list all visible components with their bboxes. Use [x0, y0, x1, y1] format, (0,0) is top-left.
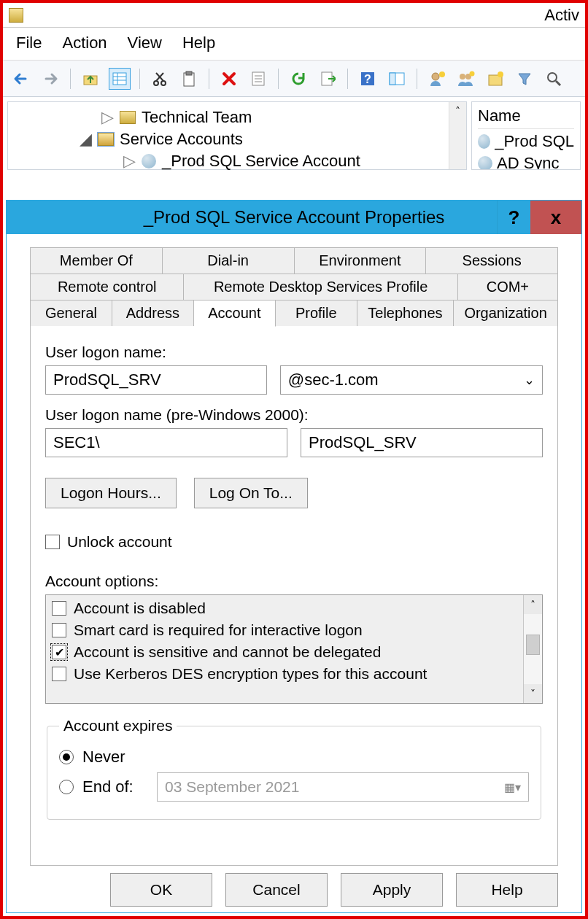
toolbar-separator: [347, 69, 348, 89]
list-header-name[interactable]: Name: [478, 106, 574, 129]
main-toolbar: ?: [3, 61, 585, 97]
clipboard-icon[interactable]: [178, 68, 200, 90]
radio-icon: [59, 750, 74, 764]
add-to-group-icon[interactable]: [455, 68, 477, 90]
option-kerberos-des[interactable]: Use Kerberos DES encryption types for th…: [52, 665, 517, 683]
pre2000-user-input[interactable]: ProdSQL_SRV: [301, 428, 543, 457]
scroll-up-icon[interactable]: ˄: [524, 595, 542, 614]
tree-label: Service Accounts: [120, 130, 243, 149]
radio-icon: [59, 780, 74, 794]
log-on-to-button[interactable]: Log On To...: [194, 478, 308, 508]
properties-dialog: _Prod SQL Service Account Properties ? x…: [6, 200, 582, 913]
titlebar-help-button[interactable]: ?: [497, 201, 530, 234]
details-pane-icon[interactable]: [386, 68, 408, 90]
tab-com-plus[interactable]: COM+: [458, 274, 558, 300]
expand-icon[interactable]: ▷: [101, 108, 114, 127]
option-label: Account is disabled: [74, 600, 206, 617]
aduc-icon: [9, 8, 23, 23]
option-label: Account is sensitive and cannot be deleg…: [74, 643, 381, 661]
toolbar-separator: [139, 69, 140, 89]
folder-icon: [98, 133, 114, 146]
toolbar-separator: [209, 69, 209, 89]
tab-profile[interactable]: Profile: [276, 300, 357, 327]
cancel-button[interactable]: Cancel: [225, 873, 328, 907]
dialog-button-row: OK Cancel Apply Help: [7, 866, 581, 912]
list-item[interactable]: AD Sync: [478, 151, 574, 170]
pre2000-domain-input[interactable]: SEC1\: [45, 428, 287, 457]
scroll-up-icon[interactable]: ˄: [449, 102, 466, 120]
tree-item-prod-sql-service-account[interactable]: ▷ _Prod SQL Service Account: [15, 150, 459, 172]
help-button[interactable]: Help: [456, 873, 558, 907]
table-grid-icon[interactable]: [109, 68, 131, 90]
expand-icon[interactable]: ▷: [123, 152, 136, 171]
main-title: Activ: [544, 6, 579, 25]
up-folder-icon[interactable]: [80, 68, 101, 90]
logon-name-label: User logon name:: [45, 344, 543, 361]
menu-file[interactable]: File: [16, 34, 42, 53]
back-arrow-icon[interactable]: [10, 68, 32, 90]
account-options-list[interactable]: Account is disabled Smart card is requir…: [45, 594, 543, 704]
tab-sessions[interactable]: Sessions: [426, 247, 558, 274]
menu-help[interactable]: Help: [182, 34, 215, 53]
option-smart-card-required[interactable]: Smart card is required for interactive l…: [52, 621, 517, 639]
upn-suffix-combo[interactable]: @sec-1.com ⌄: [280, 365, 543, 395]
expires-never-radio[interactable]: Never: [59, 748, 529, 767]
collapse-icon[interactable]: ◢: [80, 130, 92, 149]
refresh-icon[interactable]: [287, 68, 309, 90]
svg-point-24: [470, 71, 475, 76]
logon-name-input[interactable]: ProdSQL_SRV: [45, 365, 267, 395]
forward-arrow-icon[interactable]: [39, 68, 61, 90]
tab-general[interactable]: General: [30, 300, 112, 327]
delete-x-icon[interactable]: [218, 68, 240, 90]
logon-hours-button[interactable]: Logon Hours...: [45, 478, 177, 508]
main-titlebar: Activ: [3, 3, 585, 28]
tab-organization[interactable]: Organization: [454, 300, 558, 327]
options-scrollbar[interactable]: ˄ ˅: [523, 595, 542, 703]
ok-button[interactable]: OK: [110, 873, 212, 907]
tab-dial-in[interactable]: Dial-in: [163, 247, 295, 274]
scroll-thumb[interactable]: [526, 635, 540, 655]
list-item[interactable]: _Prod SQL: [478, 129, 574, 151]
new-ou-icon[interactable]: [484, 68, 506, 90]
user-icon: [478, 156, 492, 170]
tree-scrollbar[interactable]: ˄: [449, 102, 466, 169]
expires-date-picker[interactable]: 03 September 2021 ▦▾: [157, 772, 529, 802]
expires-endof-radio[interactable]: End of: 03 September 2021 ▦▾: [59, 772, 529, 802]
checkbox-icon: [52, 601, 66, 616]
svg-point-20: [432, 73, 439, 80]
tab-remote-control[interactable]: Remote control: [30, 274, 184, 300]
checkbox-icon: [52, 623, 66, 637]
option-account-disabled[interactable]: Account is disabled: [52, 600, 517, 617]
account-expires-legend: Account expires: [59, 717, 177, 734]
tab-environment[interactable]: Environment: [295, 247, 427, 274]
tab-telephones[interactable]: Telephones: [357, 300, 454, 327]
new-user-icon[interactable]: [426, 68, 448, 90]
tab-strip: Member Of Dial-in Environment Sessions R…: [30, 247, 558, 326]
export-list-icon[interactable]: [317, 68, 339, 90]
search-icon[interactable]: [543, 68, 565, 90]
cut-icon[interactable]: [149, 68, 171, 90]
menu-action[interactable]: Action: [62, 34, 107, 53]
tab-member-of[interactable]: Member Of: [30, 247, 163, 274]
option-label: Smart card is required for interactive l…: [74, 621, 363, 639]
folder-icon: [120, 111, 136, 124]
list-pane[interactable]: Name _Prod SQL AD Sync: [471, 101, 581, 170]
menu-view[interactable]: View: [128, 34, 162, 53]
user-icon: [478, 134, 490, 149]
main-menubar: File Action View Help: [3, 28, 585, 61]
tree-item-service-accounts[interactable]: ◢ Service Accounts: [15, 128, 459, 150]
scroll-down-icon[interactable]: ˅: [524, 684, 542, 703]
tree-item-technical-team[interactable]: ▷ Technical Team: [15, 106, 459, 128]
help-icon[interactable]: ?: [357, 68, 379, 90]
option-sensitive-no-delegation[interactable]: ✔ Account is sensitive and cannot be del…: [52, 643, 517, 661]
tree-pane[interactable]: ▷ Technical Team ◢ Service Accounts ▷ _P…: [7, 101, 467, 170]
apply-button[interactable]: Apply: [341, 873, 443, 907]
titlebar-close-button[interactable]: x: [530, 201, 581, 234]
properties-icon[interactable]: [247, 68, 269, 90]
tab-account[interactable]: Account: [194, 300, 276, 327]
unlock-account-checkbox[interactable]: Unlock account: [45, 533, 543, 551]
tab-rds-profile[interactable]: Remote Desktop Services Profile: [184, 274, 457, 300]
dialog-titlebar[interactable]: _Prod SQL Service Account Properties ? x: [7, 201, 581, 234]
tab-address[interactable]: Address: [112, 300, 194, 327]
filter-icon[interactable]: [514, 68, 535, 90]
